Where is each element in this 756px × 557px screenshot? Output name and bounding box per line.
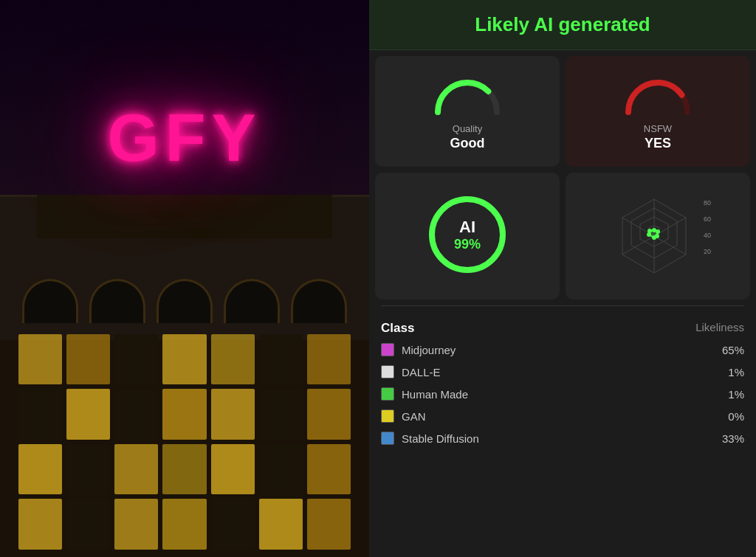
ai-percent: 99% xyxy=(454,237,481,252)
class-color-swatch xyxy=(381,365,394,378)
class-header: Class Likeliness xyxy=(381,321,744,336)
image-panel: GFY xyxy=(0,0,369,557)
class-name: Stable Diffusion xyxy=(402,432,722,445)
ai-card: AI 99% xyxy=(375,173,560,300)
class-name: Human Made xyxy=(402,388,728,401)
nsfw-value: YES xyxy=(645,136,671,151)
class-likelihood: 0% xyxy=(728,410,744,423)
header-title: Likely AI generated xyxy=(475,13,650,35)
radar-chart: 80 60 40 20 xyxy=(574,184,741,288)
right-panel: Likely AI generated Quality Good xyxy=(369,0,756,557)
svg-text:80: 80 xyxy=(704,199,711,207)
svg-point-19 xyxy=(647,229,652,233)
svg-point-18 xyxy=(647,232,651,237)
divider xyxy=(381,305,744,306)
class-row: Stable Diffusion 33% xyxy=(381,432,744,445)
class-rows: Midjourney 65% DALL-E 1% Human Made 1% G… xyxy=(381,343,744,445)
quality-value: Good xyxy=(450,136,485,151)
class-row: GAN 0% xyxy=(381,409,744,423)
svg-text:40: 40 xyxy=(704,232,711,239)
class-color-swatch xyxy=(381,387,394,401)
quality-gauge xyxy=(430,72,504,116)
class-color-swatch xyxy=(381,432,394,445)
ai-gauge: AI 99% xyxy=(423,190,512,279)
header-bar: Likely AI generated xyxy=(369,0,756,50)
radar-card: 80 60 40 20 xyxy=(566,173,750,300)
quality-label: Quality xyxy=(453,123,482,134)
ai-inner-text: AI 99% xyxy=(454,218,481,252)
svg-point-17 xyxy=(652,235,656,240)
class-name: GAN xyxy=(402,410,728,423)
svg-text:60: 60 xyxy=(704,215,711,223)
nsfw-label: NSFW xyxy=(644,123,672,134)
nsfw-gauge xyxy=(621,72,695,116)
class-likelihood: 65% xyxy=(722,344,744,356)
neon-sign: GFY xyxy=(107,100,261,176)
class-likelihood: 1% xyxy=(728,366,744,378)
cards-grid: Quality Good NSFW YES xyxy=(369,50,756,305)
svg-point-15 xyxy=(656,229,660,234)
ai-label: AI xyxy=(454,218,481,237)
class-section: Class Likeliness Midjourney 65% DALL-E 1… xyxy=(369,312,756,557)
class-color-swatch xyxy=(381,409,394,423)
class-name: Midjourney xyxy=(402,344,722,356)
quality-card: Quality Good xyxy=(375,56,560,167)
class-row: Midjourney 65% xyxy=(381,343,744,356)
class-row: DALL-E 1% xyxy=(381,365,744,378)
class-likelihood: 1% xyxy=(728,388,744,401)
likeliness-col-label: Likeliness xyxy=(695,321,744,336)
class-likelihood: 33% xyxy=(722,432,744,445)
image-background: GFY xyxy=(0,0,369,557)
class-col-label: Class xyxy=(381,321,414,336)
class-color-swatch xyxy=(381,343,394,356)
svg-text:20: 20 xyxy=(704,248,711,255)
class-row: Human Made 1% xyxy=(381,387,744,401)
class-name: DALL-E xyxy=(402,366,728,378)
nsfw-card: NSFW YES xyxy=(566,56,750,167)
